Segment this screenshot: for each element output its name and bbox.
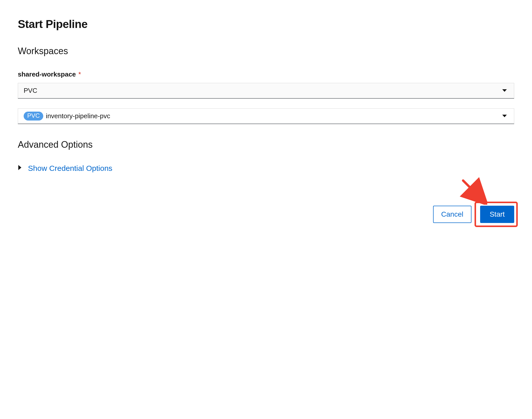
cancel-button[interactable]: Cancel: [433, 206, 471, 223]
start-button[interactable]: Start: [480, 206, 514, 223]
workspace-type-select[interactable]: PVC: [18, 83, 514, 99]
field-label-text: shared-workspace: [18, 70, 76, 78]
annotation-arrow-icon: [459, 177, 487, 206]
workspace-type-value: PVC: [24, 87, 37, 95]
dialog-title: Start Pipeline: [18, 18, 514, 31]
shared-workspace-label: shared-workspace *: [18, 70, 514, 78]
show-credential-options-toggle[interactable]: Show Credential Options: [18, 164, 514, 173]
chevron-right-icon: [18, 164, 22, 172]
show-credential-options-label: Show Credential Options: [28, 164, 112, 173]
workspace-pvc-select[interactable]: PVC inventory-pipeline-pvc: [18, 108, 514, 124]
advanced-options-heading: Advanced Options: [18, 139, 514, 150]
pvc-badge: PVC: [24, 112, 43, 121]
workspace-pvc-value: inventory-pipeline-pvc: [46, 112, 110, 120]
workspaces-heading: Workspaces: [18, 46, 514, 56]
required-asterisk-icon: *: [78, 70, 81, 78]
dialog-footer: Cancel Start: [18, 206, 514, 223]
svg-line-0: [463, 181, 479, 197]
